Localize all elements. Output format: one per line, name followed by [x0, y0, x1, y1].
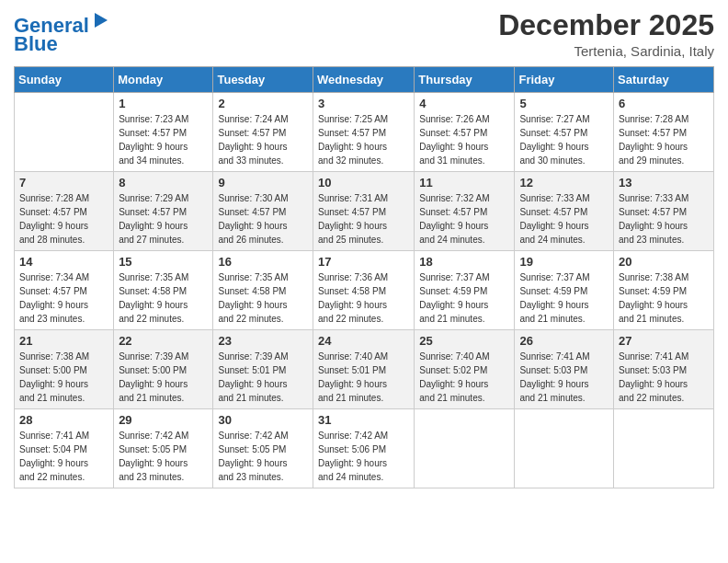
header-monday: Monday: [114, 67, 213, 93]
day-info: Sunrise: 7:30 AMSunset: 4:57 PMDaylight:…: [218, 191, 308, 247]
calendar-cell: 20Sunrise: 7:38 AMSunset: 4:59 PMDayligh…: [614, 251, 714, 330]
calendar-cell: 15Sunrise: 7:35 AMSunset: 4:58 PMDayligh…: [114, 251, 213, 330]
day-number: 9: [218, 176, 308, 190]
day-info: Sunrise: 7:32 AMSunset: 4:57 PMDaylight:…: [419, 191, 509, 247]
day-number: 5: [519, 97, 609, 110]
day-number: 16: [218, 255, 308, 269]
calendar-cell: 13Sunrise: 7:33 AMSunset: 4:57 PMDayligh…: [614, 172, 714, 251]
day-number: 4: [419, 97, 509, 110]
day-number: 29: [119, 413, 208, 427]
day-number: 24: [318, 334, 409, 348]
day-info: Sunrise: 7:37 AMSunset: 4:59 PMDaylight:…: [419, 270, 509, 326]
calendar-cell: 26Sunrise: 7:41 AMSunset: 5:03 PMDayligh…: [515, 330, 614, 409]
day-number: 27: [619, 334, 709, 348]
header-friday: Friday: [515, 67, 614, 93]
day-number: 23: [218, 334, 308, 348]
day-info: Sunrise: 7:35 AMSunset: 4:58 PMDaylight:…: [218, 270, 308, 326]
header-wednesday: Wednesday: [313, 67, 415, 93]
calendar-cell: 29Sunrise: 7:42 AMSunset: 5:05 PMDayligh…: [114, 409, 213, 488]
day-info: Sunrise: 7:31 AMSunset: 4:57 PMDaylight:…: [318, 191, 409, 247]
location-title: Tertenia, Sardinia, Italy: [498, 43, 714, 59]
day-number: 11: [419, 176, 509, 190]
page-container: General Blue December 2025 Tertenia, Sar…: [0, 0, 728, 502]
day-number: 31: [318, 413, 409, 427]
calendar-cell: 23Sunrise: 7:39 AMSunset: 5:01 PMDayligh…: [213, 330, 313, 409]
calendar-cell: 12Sunrise: 7:33 AMSunset: 4:57 PMDayligh…: [515, 172, 614, 251]
calendar-cell: 14Sunrise: 7:34 AMSunset: 4:57 PMDayligh…: [15, 251, 114, 330]
weekday-header-row: Sunday Monday Tuesday Wednesday Thursday…: [15, 67, 714, 93]
header-saturday: Saturday: [614, 67, 714, 93]
day-number: 1: [119, 97, 208, 110]
day-info: Sunrise: 7:41 AMSunset: 5:03 PMDaylight:…: [519, 350, 609, 405]
day-number: 22: [119, 334, 208, 348]
calendar-cell: 9Sunrise: 7:30 AMSunset: 4:57 PMDaylight…: [213, 172, 313, 251]
day-info: Sunrise: 7:41 AMSunset: 5:04 PMDaylight:…: [19, 429, 108, 484]
day-number: 25: [419, 334, 509, 348]
week-row-2: 7Sunrise: 7:28 AMSunset: 4:57 PMDaylight…: [15, 172, 714, 251]
day-info: Sunrise: 7:40 AMSunset: 5:02 PMDaylight:…: [419, 350, 509, 405]
calendar-cell: 31Sunrise: 7:42 AMSunset: 5:06 PMDayligh…: [313, 409, 415, 488]
day-info: Sunrise: 7:40 AMSunset: 5:01 PMDaylight:…: [318, 350, 409, 405]
calendar-cell: 22Sunrise: 7:39 AMSunset: 5:00 PMDayligh…: [114, 330, 213, 409]
page-header: General Blue December 2025 Tertenia, Sar…: [14, 9, 714, 59]
day-info: Sunrise: 7:42 AMSunset: 5:06 PMDaylight:…: [318, 429, 409, 484]
calendar-cell: 21Sunrise: 7:38 AMSunset: 5:00 PMDayligh…: [15, 330, 114, 409]
calendar-cell: [614, 409, 714, 488]
header-tuesday: Tuesday: [213, 67, 313, 93]
calendar-cell: 16Sunrise: 7:35 AMSunset: 4:58 PMDayligh…: [213, 251, 313, 330]
day-info: Sunrise: 7:29 AMSunset: 4:57 PMDaylight:…: [119, 191, 208, 247]
day-info: Sunrise: 7:25 AMSunset: 4:57 PMDaylight:…: [318, 112, 409, 167]
day-number: 12: [519, 176, 609, 190]
calendar-cell: 7Sunrise: 7:28 AMSunset: 4:57 PMDaylight…: [15, 172, 114, 251]
calendar-cell: [415, 409, 515, 488]
day-info: Sunrise: 7:36 AMSunset: 4:58 PMDaylight:…: [318, 270, 409, 326]
day-number: 13: [619, 176, 709, 190]
day-info: Sunrise: 7:34 AMSunset: 4:57 PMDaylight:…: [19, 270, 108, 326]
calendar-cell: 25Sunrise: 7:40 AMSunset: 5:02 PMDayligh…: [415, 330, 515, 409]
calendar-cell: 3Sunrise: 7:25 AMSunset: 4:57 PMDaylight…: [313, 93, 415, 172]
day-info: Sunrise: 7:39 AMSunset: 5:00 PMDaylight:…: [119, 350, 208, 405]
logo-blue: Blue: [14, 33, 58, 55]
day-info: Sunrise: 7:28 AMSunset: 4:57 PMDaylight:…: [619, 112, 709, 167]
day-info: Sunrise: 7:38 AMSunset: 5:00 PMDaylight:…: [19, 350, 108, 405]
calendar-cell: 17Sunrise: 7:36 AMSunset: 4:58 PMDayligh…: [313, 251, 415, 330]
day-number: 19: [519, 255, 609, 269]
calendar-cell: 18Sunrise: 7:37 AMSunset: 4:59 PMDayligh…: [415, 251, 515, 330]
calendar-cell: 10Sunrise: 7:31 AMSunset: 4:57 PMDayligh…: [313, 172, 415, 251]
svg-marker-0: [95, 13, 108, 28]
month-title: December 2025: [498, 9, 714, 41]
week-row-3: 14Sunrise: 7:34 AMSunset: 4:57 PMDayligh…: [15, 251, 714, 330]
day-number: 6: [619, 97, 709, 110]
week-row-4: 21Sunrise: 7:38 AMSunset: 5:00 PMDayligh…: [15, 330, 714, 409]
calendar-cell: 1Sunrise: 7:23 AMSunset: 4:57 PMDaylight…: [114, 93, 213, 172]
week-row-1: 1Sunrise: 7:23 AMSunset: 4:57 PMDaylight…: [15, 93, 714, 172]
day-number: 8: [119, 176, 208, 190]
day-number: 18: [419, 255, 509, 269]
calendar-cell: 30Sunrise: 7:42 AMSunset: 5:05 PMDayligh…: [213, 409, 313, 488]
day-info: Sunrise: 7:33 AMSunset: 4:57 PMDaylight:…: [619, 191, 709, 247]
day-number: 17: [318, 255, 409, 269]
calendar-table: Sunday Monday Tuesday Wednesday Thursday…: [14, 66, 714, 488]
day-number: 2: [218, 97, 308, 110]
day-info: Sunrise: 7:39 AMSunset: 5:01 PMDaylight:…: [218, 350, 308, 405]
day-number: 10: [318, 176, 409, 190]
day-number: 26: [519, 334, 609, 348]
header-thursday: Thursday: [415, 67, 515, 93]
day-info: Sunrise: 7:35 AMSunset: 4:58 PMDaylight:…: [119, 270, 208, 326]
calendar-cell: 6Sunrise: 7:28 AMSunset: 4:57 PMDaylight…: [614, 93, 714, 172]
calendar-cell: [15, 93, 114, 172]
title-block: December 2025 Tertenia, Sardinia, Italy: [498, 9, 714, 59]
calendar-cell: 27Sunrise: 7:41 AMSunset: 5:03 PMDayligh…: [614, 330, 714, 409]
day-number: 28: [19, 413, 108, 427]
calendar-cell: 8Sunrise: 7:29 AMSunset: 4:57 PMDaylight…: [114, 172, 213, 251]
calendar-cell: 28Sunrise: 7:41 AMSunset: 5:04 PMDayligh…: [15, 409, 114, 488]
day-number: 30: [218, 413, 308, 427]
day-info: Sunrise: 7:24 AMSunset: 4:57 PMDaylight:…: [218, 112, 308, 167]
day-number: 20: [619, 255, 709, 269]
day-number: 7: [19, 176, 108, 190]
calendar-cell: 24Sunrise: 7:40 AMSunset: 5:01 PMDayligh…: [313, 330, 415, 409]
day-info: Sunrise: 7:26 AMSunset: 4:57 PMDaylight:…: [419, 112, 509, 167]
header-sunday: Sunday: [15, 67, 114, 93]
day-info: Sunrise: 7:28 AMSunset: 4:57 PMDaylight:…: [19, 191, 108, 247]
day-number: 21: [19, 334, 108, 348]
